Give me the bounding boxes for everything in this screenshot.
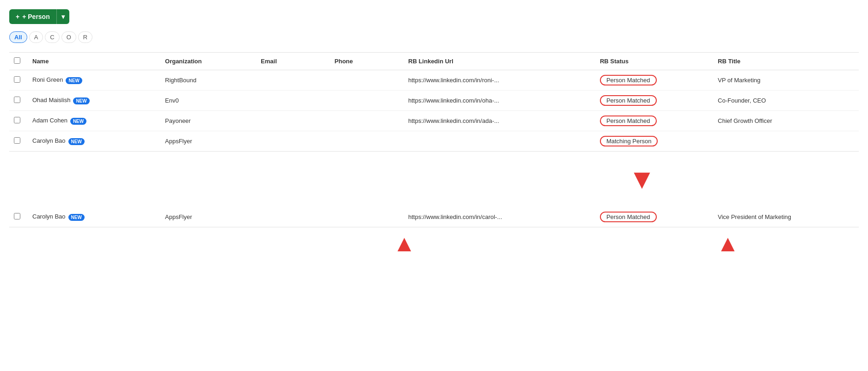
status-matching-badge: Matching Person	[600, 136, 658, 146]
header-linkedin: RB Linkedin Url	[402, 53, 593, 70]
bottom-table-container: Carolyn BaoNEWAppsFlyerhttps://www.linke…	[9, 207, 859, 227]
table-row[interactable]: Ohad MaislishNEWEnv0https://www.linkedin…	[9, 91, 859, 111]
person-name: Carolyn Bao	[32, 213, 66, 220]
row-email-cell	[254, 207, 328, 227]
plus-icon: +	[16, 13, 19, 20]
row-phone-cell	[328, 131, 402, 152]
person-name: Adam Cohen	[32, 117, 67, 124]
up-arrow-title-icon: ▲	[716, 232, 740, 255]
persons-table: Name Organization Email Phone RB Linkedi…	[9, 52, 859, 152]
add-person-label: + Person	[22, 13, 50, 20]
filter-c[interactable]: C	[45, 31, 59, 43]
row-status-cell: Person Matched	[593, 111, 711, 131]
row-org-cell: AppsFlyer	[159, 131, 254, 152]
row-org-cell: Env0	[159, 91, 254, 111]
person-name: Ohad Maislish	[32, 97, 70, 103]
header-checkbox-col	[9, 53, 26, 70]
status-matched-badge: Person Matched	[600, 75, 657, 85]
row-linkedin-cell: https://www.linkedin.com/in/oha-...	[402, 91, 593, 111]
main-table-container: Name Organization Email Phone RB Linkedi…	[9, 52, 859, 152]
filter-a[interactable]: A	[29, 31, 43, 43]
row-status-cell: Person Matched	[593, 91, 711, 111]
row-phone-cell	[328, 111, 402, 131]
filter-o[interactable]: O	[61, 31, 76, 43]
up-arrow-linkedin-icon: ▲	[393, 232, 416, 255]
filter-r[interactable]: R	[78, 31, 92, 43]
dropdown-arrow[interactable]: ▾	[56, 9, 69, 24]
row-status-cell: Matching Person	[593, 131, 711, 152]
header-organization: Organization	[159, 53, 254, 70]
status-matched-badge: Person Matched	[600, 212, 657, 222]
row-checkbox[interactable]	[14, 137, 20, 144]
select-all-checkbox[interactable]	[14, 57, 20, 64]
row-checkbox-cell	[9, 70, 26, 91]
toolbar: + + Person ▾	[9, 9, 859, 24]
person-name: Carolyn Bao	[32, 137, 66, 144]
row-linkedin-cell: https://www.linkedin.com/in/ada-...	[402, 111, 593, 131]
row-linkedin-cell: https://www.linkedin.com/in/roni-...	[402, 70, 593, 91]
table-row[interactable]: Adam CohenNEWPayoneerhttps://www.linkedi…	[9, 111, 859, 131]
alpha-filters: All A C O R	[9, 31, 859, 43]
filter-all[interactable]: All	[9, 31, 27, 43]
up-arrows-row: ▲ ▲	[9, 227, 859, 264]
new-badge: NEW	[70, 118, 86, 125]
row-name-cell: Roni GreenNEW	[26, 70, 159, 91]
row-name-cell: Carolyn BaoNEW	[26, 131, 159, 152]
status-matched-badge: Person Matched	[600, 116, 657, 126]
row-email-cell	[254, 111, 328, 131]
row-title-cell: Chief Growth Officer	[711, 111, 859, 131]
row-name-cell: Adam CohenNEW	[26, 111, 159, 131]
row-checkbox-cell	[9, 131, 26, 152]
status-matched-badge: Person Matched	[600, 95, 657, 106]
row-phone-cell	[328, 207, 402, 227]
row-name-cell: Ohad MaislishNEW	[26, 91, 159, 111]
row-title-cell: Co-Founder, CEO	[711, 91, 859, 111]
new-badge: NEW	[73, 97, 89, 104]
new-badge: NEW	[68, 138, 85, 145]
row-checkbox[interactable]	[14, 213, 20, 219]
row-org-cell: Payoneer	[159, 111, 254, 131]
header-title: RB Title	[711, 53, 859, 70]
row-phone-cell	[328, 91, 402, 111]
bottom-persons-table: Carolyn BaoNEWAppsFlyerhttps://www.linke…	[9, 207, 859, 227]
down-arrow-section: ▼	[9, 152, 859, 207]
row-phone-cell	[328, 70, 402, 91]
table-row[interactable]: Roni GreenNEWRightBoundhttps://www.linke…	[9, 70, 859, 91]
row-checkbox-cell	[9, 207, 26, 227]
row-checkbox-cell	[9, 91, 26, 111]
table-row[interactable]: Carolyn BaoNEWAppsFlyerhttps://www.linke…	[9, 207, 859, 227]
new-badge: NEW	[66, 77, 82, 84]
row-title-cell	[711, 131, 859, 152]
table-header-row: Name Organization Email Phone RB Linkedi…	[9, 53, 859, 70]
row-email-cell	[254, 91, 328, 111]
header-status: RB Status	[593, 53, 711, 70]
row-email-cell	[254, 131, 328, 152]
row-status-cell: Person Matched	[593, 207, 711, 227]
row-checkbox[interactable]	[14, 76, 20, 83]
row-linkedin-cell	[402, 131, 593, 152]
chevron-down-icon: ▾	[61, 13, 65, 20]
table-row[interactable]: Carolyn BaoNEWAppsFlyerMatching Person	[9, 131, 859, 152]
add-person-button[interactable]: + + Person ▾	[9, 9, 69, 24]
row-status-cell: Person Matched	[593, 70, 711, 91]
header-name: Name	[26, 53, 159, 70]
row-title-cell: Vice President of Marketing	[711, 207, 859, 227]
row-org-cell: RightBound	[159, 70, 254, 91]
header-phone: Phone	[328, 53, 402, 70]
row-org-cell: AppsFlyer	[159, 207, 254, 227]
down-arrow-icon: ▼	[628, 165, 655, 193]
new-badge: NEW	[68, 214, 85, 221]
header-email: Email	[254, 53, 328, 70]
row-checkbox-cell	[9, 111, 26, 131]
row-checkbox[interactable]	[14, 97, 20, 103]
row-linkedin-cell: https://www.linkedin.com/in/carol-...	[402, 207, 593, 227]
row-email-cell	[254, 70, 328, 91]
row-title-cell: VP of Marketing	[711, 70, 859, 91]
person-name: Roni Green	[32, 76, 63, 83]
row-name-cell: Carolyn BaoNEW	[26, 207, 159, 227]
row-checkbox[interactable]	[14, 117, 20, 123]
